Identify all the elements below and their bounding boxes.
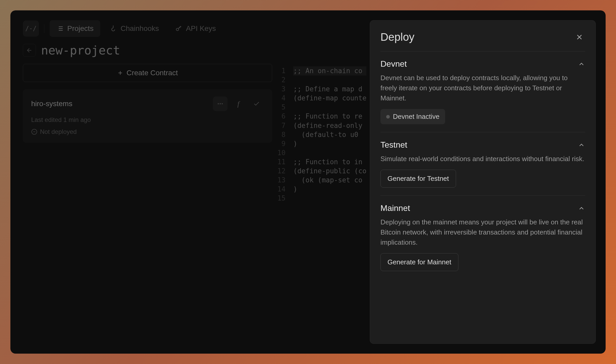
generate-testnet-button[interactable]: Generate for Testnet [380,170,456,188]
last-edited: Last edited 1 min ago [31,116,264,123]
svg-point-13 [218,103,219,104]
generate-mainnet-button[interactable]: Generate for Mainnet [380,253,458,271]
chevron-up-icon [578,60,585,68]
check-icon [253,100,260,107]
list-icon [56,25,64,32]
chevron-up-icon [578,141,585,149]
svg-line-9 [180,27,180,28]
chevron-up-icon [578,205,585,212]
function-icon: f [237,100,239,108]
close-icon [575,33,584,41]
contract-card[interactable]: hiro-systems f Last edited 1 min ago [23,89,272,143]
mainnet-section: Mainnet Deploying on the mainnet means y… [380,196,585,279]
deploy-panel: Deploy Devnet Devnet can be used to depl… [370,20,596,344]
create-contract-label: Create Contract [126,69,178,77]
more-button[interactable] [213,97,227,111]
devnet-toggle[interactable]: Devnet [380,59,585,69]
testnet-section: Testnet Simulate real-world conditions a… [380,132,585,196]
nav-label: API Keys [186,24,216,33]
devnet-body: Devnet can be used to deploy contracts l… [380,73,585,103]
check-button[interactable] [249,97,264,111]
hook-icon [110,25,117,32]
testnet-title: Testnet [380,140,407,150]
contract-name: hiro-systems [31,100,209,108]
svg-line-8 [180,26,181,27]
svg-point-6 [176,28,179,31]
svg-point-14 [220,103,221,104]
deploy-title: Deploy [380,31,414,43]
status-dot-icon [386,115,390,119]
app-logo[interactable]: /-/ [23,20,39,37]
nav-label: Projects [67,24,93,33]
nav-chainhooks[interactable]: Chainhooks [103,20,166,37]
mainnet-toggle[interactable]: Mainnet [380,203,585,213]
devnet-status-label: Devnet Inactive [393,113,439,121]
function-button[interactable]: f [231,97,246,111]
plus-icon [117,70,123,76]
devnet-title: Devnet [380,59,407,69]
back-button[interactable] [23,44,36,57]
key-icon [175,25,182,32]
nav-apikeys[interactable]: API Keys [168,20,223,37]
testnet-body: Simulate real-world conditions and inter… [380,154,585,164]
divider [44,24,44,33]
ellipsis-icon [217,100,224,107]
line-gutter: 123456789101112131415 [277,66,293,341]
nav-projects[interactable]: Projects [50,20,100,37]
mainnet-title: Mainnet [380,203,410,213]
not-deployed-icon [31,129,37,135]
code-content: ;; An on-chain co ;; Define a map d(defi… [293,66,366,341]
devnet-status-pill[interactable]: Devnet Inactive [380,109,445,124]
project-title: new-project [41,43,120,57]
testnet-toggle[interactable]: Testnet [380,140,585,150]
svg-point-15 [222,103,223,104]
close-button[interactable] [574,31,585,43]
mainnet-body: Deploying on the mainnet means your proj… [380,217,585,248]
create-contract-button[interactable]: Create Contract [23,64,272,82]
nav-label: Chainhooks [120,24,159,33]
devnet-section: Devnet Devnet can be used to deploy cont… [380,51,585,132]
deploy-status: Not deployed [40,128,77,135]
